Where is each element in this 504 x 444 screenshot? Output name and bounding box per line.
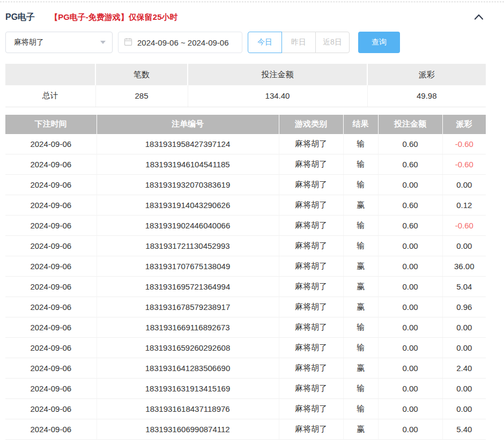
cell-result: 输 <box>343 236 378 256</box>
records-tbody: 2024-09-06 1831931958427397124 麻将胡了 输 0.… <box>5 134 486 440</box>
collapse-panel-button[interactable] <box>472 11 486 24</box>
cell-payout: 2.40 <box>442 358 486 379</box>
last-8-days-button[interactable]: 近8日 <box>315 32 350 53</box>
cell-bet-time: 2024-09-06 <box>5 216 97 236</box>
table-row: 2024-09-06 1831931721130452993 麻将胡了 输 0.… <box>5 236 486 256</box>
records-header-bet-time: 下注时间 <box>5 115 97 134</box>
cell-bet-amount: 0.00 <box>378 379 442 399</box>
records-header-row: 下注时间 注单编号 游戏类别 结果 投注金额 派彩 <box>5 115 486 134</box>
summary-total-payout: 49.98 <box>367 85 486 107</box>
cell-order-id: 1831931946104541185 <box>97 154 279 175</box>
quick-range-button-group: 今日 昨日 近8日 <box>248 32 350 53</box>
records-header-order-id: 注单编号 <box>97 115 279 134</box>
yesterday-button[interactable]: 昨日 <box>281 32 316 53</box>
today-button[interactable]: 今日 <box>248 32 282 53</box>
table-row: 2024-09-06 1831931914043290626 麻将胡了 赢 0.… <box>5 195 486 216</box>
panel-title: PG电子 <box>5 12 35 23</box>
table-row: 2024-09-06 1831931932070383619 麻将胡了 输 0.… <box>5 175 486 195</box>
cell-bet-time: 2024-09-06 <box>5 358 97 379</box>
cell-bet-amount: 0.00 <box>378 338 442 358</box>
cell-bet-time: 2024-09-06 <box>5 236 97 256</box>
cell-bet-amount: 0.60 <box>378 216 442 236</box>
cell-game-type: 麻将胡了 <box>279 134 343 154</box>
summary-table: 笔数 投注金额 派彩 总计 285 134.40 49.98 <box>5 64 486 107</box>
summary-total-label: 总计 <box>5 85 95 107</box>
cell-bet-amount: 0.00 <box>378 317 442 338</box>
cell-bet-amount: 0.60 <box>378 134 442 154</box>
summary-header-blank <box>5 64 95 85</box>
cell-result: 赢 <box>343 277 378 297</box>
cell-result: 输 <box>343 317 378 338</box>
cell-order-id: 1831931678579238917 <box>97 297 279 317</box>
date-range-value: 2024-09-06 ~ 2024-09-06 <box>137 38 229 47</box>
panel-subtitle: 【PG电子-免费游戏】仅保留25小时 <box>50 12 177 23</box>
table-row: 2024-09-06 1831931618437118976 麻将胡了 输 0.… <box>5 399 486 419</box>
summary-header-bet-amount: 投注金额 <box>188 64 367 85</box>
cell-result: 输 <box>343 399 378 419</box>
cell-order-id: 1831931707675138049 <box>97 256 279 277</box>
cell-order-id: 1831931669116892673 <box>97 317 279 338</box>
cell-bet-time: 2024-09-06 <box>5 175 97 195</box>
cell-bet-time: 2024-09-06 <box>5 195 97 216</box>
search-button[interactable]: 查询 <box>358 32 400 53</box>
cell-bet-amount: 0.00 <box>378 277 442 297</box>
table-row: 2024-09-06 1831931631913415169 麻将胡了 输 0.… <box>5 379 486 399</box>
summary-total-bet-amount: 134.40 <box>188 85 367 107</box>
summary-total-row: 总计 285 134.40 49.98 <box>5 85 486 107</box>
cell-payout: -0.60 <box>442 216 486 236</box>
top-dashed-divider <box>0 2 504 2</box>
cell-order-id: 1831931902446040066 <box>97 216 279 236</box>
cell-game-type: 麻将胡了 <box>279 216 343 236</box>
cell-bet-time: 2024-09-06 <box>5 277 97 297</box>
game-select-value: 麻将胡了 <box>14 38 44 47</box>
cell-bet-amount: 0.00 <box>378 399 442 419</box>
chevron-down-icon <box>100 41 106 44</box>
cell-payout: 36.00 <box>442 256 486 277</box>
cell-game-type: 麻将胡了 <box>279 277 343 297</box>
cell-game-type: 麻将胡了 <box>279 195 343 216</box>
table-row: 2024-09-06 1831931695721364994 麻将胡了 赢 0.… <box>5 277 486 297</box>
cell-game-type: 麻将胡了 <box>279 419 343 440</box>
cell-payout: 0.00 <box>442 175 486 195</box>
cell-game-type: 麻将胡了 <box>279 399 343 419</box>
cell-order-id: 1831931932070383619 <box>97 175 279 195</box>
cell-game-type: 麻将胡了 <box>279 175 343 195</box>
cell-game-type: 麻将胡了 <box>279 379 343 399</box>
cell-game-type: 麻将胡了 <box>279 338 343 358</box>
cell-payout: 0.00 <box>442 399 486 419</box>
cell-order-id: 1831931721130452993 <box>97 236 279 256</box>
cell-order-id: 1831931958427397124 <box>97 134 279 154</box>
cell-bet-amount: 0.00 <box>378 256 442 277</box>
summary-header-payout: 派彩 <box>367 64 486 85</box>
cell-game-type: 麻将胡了 <box>279 236 343 256</box>
cell-bet-amount: 0.60 <box>378 154 442 175</box>
cell-payout: 0.00 <box>442 317 486 338</box>
cell-order-id: 1831931641283506690 <box>97 358 279 379</box>
cell-payout: 0.12 <box>442 195 486 216</box>
panel-header: PG电子 【PG电子-免费游戏】仅保留25小时 <box>5 8 486 27</box>
cell-payout: 0.00 <box>442 236 486 256</box>
game-select[interactable]: 麻将胡了 <box>5 32 113 53</box>
table-row: 2024-09-06 1831931641283506690 麻将胡了 赢 0.… <box>5 358 486 379</box>
cell-order-id: 1831931618437118976 <box>97 399 279 419</box>
cell-game-type: 麻将胡了 <box>279 317 343 338</box>
cell-result: 输 <box>343 134 378 154</box>
cell-payout: 5.40 <box>442 419 486 440</box>
summary-total-count: 285 <box>95 85 188 107</box>
cell-bet-amount: 0.00 <box>378 297 442 317</box>
cell-result: 赢 <box>343 419 378 440</box>
summary-header-count: 笔数 <box>95 64 188 85</box>
cell-bet-amount: 0.00 <box>378 419 442 440</box>
records-header-payout: 派彩 <box>442 115 486 134</box>
cell-order-id: 1831931606990874112 <box>97 419 279 440</box>
cell-bet-time: 2024-09-06 <box>5 399 97 419</box>
cell-bet-time: 2024-09-06 <box>5 419 97 440</box>
pg-records-panel: PG电子 【PG电子-免费游戏】仅保留25小时 麻将胡了 2024-09-06 … <box>0 8 504 440</box>
date-range-input[interactable]: 2024-09-06 ~ 2024-09-06 <box>118 32 242 53</box>
cell-result: 赢 <box>343 256 378 277</box>
cell-payout: -0.60 <box>442 154 486 175</box>
cell-result: 输 <box>343 216 378 236</box>
records-table: 下注时间 注单编号 游戏类别 结果 投注金额 派彩 2024-09-06 183… <box>5 115 486 440</box>
cell-order-id: 1831931631913415169 <box>97 379 279 399</box>
cell-payout: 5.04 <box>442 277 486 297</box>
